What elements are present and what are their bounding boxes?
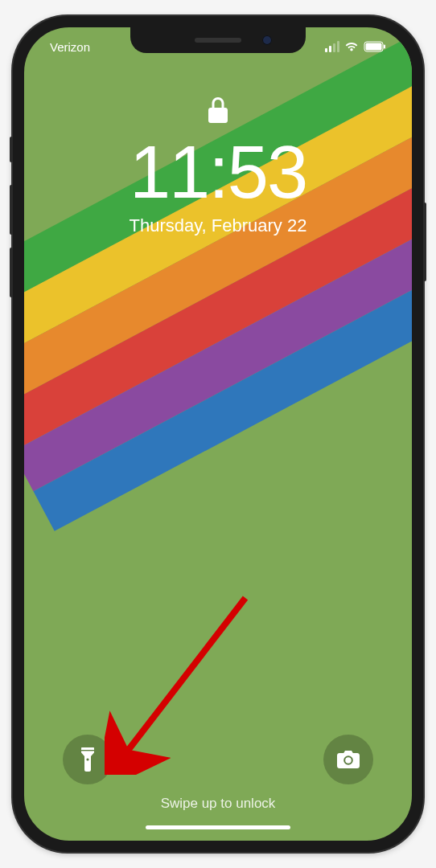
lock-icon bbox=[24, 96, 412, 127]
camera-icon bbox=[336, 750, 360, 769]
flashlight-button[interactable] bbox=[63, 735, 113, 784]
side-power-button[interactable] bbox=[423, 203, 426, 281]
phone-frame: Verizon 11:53 Thursday, Februar bbox=[13, 16, 423, 852]
lock-screen[interactable]: Verizon 11:53 Thursday, Februar bbox=[24, 27, 412, 841]
camera-button[interactable] bbox=[323, 735, 373, 784]
carrier-label: Verizon bbox=[50, 40, 90, 54]
home-indicator[interactable] bbox=[146, 825, 290, 829]
cellular-signal-icon bbox=[325, 41, 339, 52]
battery-icon bbox=[364, 41, 386, 52]
svg-point-3 bbox=[86, 758, 88, 760]
svg-rect-1 bbox=[366, 43, 382, 51]
mute-switch[interactable] bbox=[10, 137, 13, 162]
lock-time: 11:53 bbox=[24, 135, 412, 209]
volume-up-button[interactable] bbox=[10, 185, 13, 235]
wifi-icon bbox=[344, 41, 359, 52]
svg-rect-4 bbox=[81, 750, 94, 751]
svg-point-6 bbox=[345, 757, 352, 764]
volume-down-button[interactable] bbox=[10, 248, 13, 297]
lock-date: Thursday, February 22 bbox=[24, 215, 412, 236]
svg-rect-2 bbox=[384, 45, 385, 49]
status-bar: Verizon bbox=[24, 37, 412, 56]
flashlight-icon bbox=[79, 747, 97, 772]
unlock-hint: Swipe up to unlock bbox=[24, 796, 412, 812]
